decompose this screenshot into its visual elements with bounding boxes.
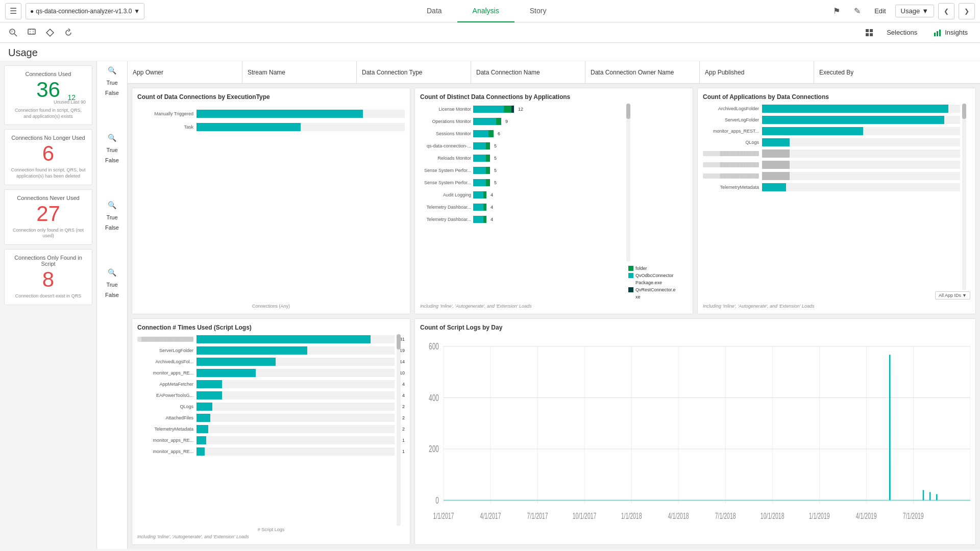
filter-col-connection-name[interactable]: Data Connection Name <box>471 61 585 83</box>
refresh-icon[interactable] <box>61 26 76 40</box>
grid-icon[interactable] <box>862 26 876 40</box>
filter-search-icon-4[interactable]: 🔍 <box>106 266 118 279</box>
nav-back-button[interactable]: ❮ <box>938 3 954 19</box>
tab-data[interactable]: Data <box>411 0 457 22</box>
filter-col-stream-name[interactable]: Stream Name <box>242 61 357 83</box>
filter-col-executed-by[interactable]: Executed By <box>814 61 980 83</box>
legend-odbc: QvOdbcConnector <box>628 273 676 278</box>
scroll-bar-app-conn[interactable] <box>962 104 966 290</box>
svg-text:400: 400 <box>429 392 439 403</box>
tab-analysis[interactable]: Analysis <box>457 0 514 22</box>
filter-false-2[interactable]: False <box>99 156 125 164</box>
script-logs-svg: 600 400 200 0 1/1/2017 4/1/2017 7/1/2017 <box>420 334 970 539</box>
times-used-bars: ████████████████ 310 ServerLogFolder 198 <box>137 334 395 526</box>
chart-app-by-conn-body: ArchivedLogsFolder 52 ServerLogFolder 51 <box>703 104 970 290</box>
explore-icon[interactable] <box>43 26 57 40</box>
filter-search-icon-3[interactable]: 🔍 <box>106 199 118 211</box>
chart-exec-type-title: Count of Data Connections by ExecutionTy… <box>137 93 405 101</box>
app-conn-bar-6: ████████████ 8 <box>703 171 960 181</box>
toolbar: ? Selections Insights <box>0 22 980 43</box>
insights-button[interactable]: Insights <box>927 27 974 39</box>
stat-connections-only-script: Connections Only Found in Script 8 Conne… <box>4 249 92 305</box>
dcbar-0: License Monitor 12 <box>420 105 623 114</box>
svg-text:4/1/2017: 4/1/2017 <box>480 512 501 521</box>
filter-col-owner-name[interactable]: Data Connection Owner Name <box>585 61 700 83</box>
exec-bar-manual: Manually Triggered 48 <box>137 109 405 119</box>
times-used-footer: Including 'Inline', 'Autogenerate', and … <box>137 534 405 539</box>
scroll-bar-times-used[interactable] <box>397 334 401 526</box>
svg-rect-6 <box>866 29 869 32</box>
dcbar-6: Sense System Perfor... 5 <box>420 178 623 187</box>
chart-app-by-conn: Count of Applications by Data Connection… <box>697 88 976 314</box>
selection-tool-icon[interactable] <box>24 26 39 40</box>
chart-script-logs-title: Count of Script Logs by Day <box>420 324 970 331</box>
svg-text:7/1/2019: 7/1/2019 <box>903 512 924 521</box>
scroll-bar-distinct[interactable] <box>626 104 630 262</box>
stat-connections-no-longer: Connections No Longer Used 6 Connection … <box>4 129 92 185</box>
filter-search-icon-1[interactable]: 🔍 <box>106 64 118 77</box>
selections-button[interactable]: Selections <box>880 27 923 38</box>
usage-button[interactable]: Usage ▼ <box>895 5 934 17</box>
app-conn-bar-0: ArchivedLogsFolder 52 <box>703 104 960 114</box>
filter-true-4[interactable]: True <box>99 281 125 289</box>
hamburger-menu[interactable]: ☰ <box>5 3 21 19</box>
bookmark-icon[interactable]: ⚑ <box>828 3 845 19</box>
exec-axis-label: Connections (Any) <box>137 304 405 309</box>
chart-exec-type-body: Manually Triggered 48 Task 30 <box>137 104 405 303</box>
filter-header-row: App Owner Stream Name Data Connection Ty… <box>128 61 980 84</box>
tu-bar-8: TelemetryMetadata 24 <box>137 424 395 434</box>
filter-col-app-owner[interactable]: App Owner <box>128 61 242 83</box>
tab-story[interactable]: Story <box>514 0 562 22</box>
dcbar-9: Telemetry Dashboar... 4 <box>420 215 623 224</box>
filter-col-connection-type[interactable]: Data Connection Type <box>357 61 471 83</box>
exec-track-task: 30 <box>197 123 405 131</box>
filter-false-1[interactable]: False <box>99 89 125 97</box>
svg-text:7/1/2018: 7/1/2018 <box>715 512 736 521</box>
dcbar-8: Telemetry Dashboar... 4 <box>420 203 623 212</box>
filter-true-3[interactable]: True <box>99 213 125 221</box>
smart-search-icon[interactable]: ? <box>6 26 20 40</box>
exec-bar-task: Task 30 <box>137 122 405 132</box>
filter-true-1[interactable]: True <box>99 79 125 87</box>
app-conn-bar-5: ████████████ 8 <box>703 160 960 170</box>
times-used-axis: # Script Logs <box>137 527 405 532</box>
svg-rect-7 <box>870 29 873 32</box>
edit-button[interactable]: Edit <box>869 5 891 17</box>
insights-label: Insights <box>945 29 968 36</box>
stat-number-never: 27 <box>11 203 86 224</box>
exec-track-manual: 48 <box>197 110 405 118</box>
chart-exec-type: Count of Data Connections by ExecutionTy… <box>132 88 410 314</box>
svg-rect-10 <box>934 33 936 36</box>
filter-search-icon-2[interactable]: 🔍 <box>106 132 118 144</box>
tu-bar-1: ServerLogFolder 198 <box>137 345 395 356</box>
app-conn-bar-3: QLogs 8 <box>703 137 960 147</box>
filter-false-3[interactable]: False <box>99 223 125 232</box>
svg-text:7/1/2017: 7/1/2017 <box>527 512 548 521</box>
app-name-dropdown[interactable]: ● qs-data-connection-analyzer-v1.3.0 ▼ <box>26 3 144 19</box>
app-conn-scroll <box>962 104 970 290</box>
svg-text:600: 600 <box>429 341 439 352</box>
tu-bar-7: AttachedFiles 27 <box>137 413 395 423</box>
chart-script-logs-body: 600 400 200 0 1/1/2017 4/1/2017 7/1/2017 <box>420 334 970 539</box>
svg-text:1/1/2019: 1/1/2019 <box>809 512 830 521</box>
all-app-ids-button[interactable]: All App IDs ▼ <box>935 291 970 299</box>
filter-false-4[interactable]: False <box>99 291 125 299</box>
legend-rest: QvRestConnector.e <box>628 287 676 292</box>
tu-bar-3: monitor_apps_RE... 106 <box>137 368 395 378</box>
nav-forward-button[interactable]: ❯ <box>959 3 975 19</box>
chart-distinct-conn-body: License Monitor 12 Operations Monitor <box>420 104 688 302</box>
stat-title-only-script: Connections Only Found in Script <box>11 255 86 267</box>
filter-true-2[interactable]: True <box>99 146 125 154</box>
pencil-icon[interactable]: ✎ <box>849 3 865 19</box>
exec-label-task: Task <box>137 124 193 130</box>
chart-app-by-conn-title: Count of Applications by Data Connection… <box>703 93 970 101</box>
charts-area: Count of Data Connections by ExecutionTy… <box>128 84 980 549</box>
nav-right: ⚑ ✎ Edit Usage ▼ ❮ ❯ <box>828 3 975 19</box>
stat-small-connections-used: 12 <box>67 93 76 102</box>
stat-desc-connections-used: Connection found in script, QRS, and app… <box>11 108 86 119</box>
app-name-label: qs-data-connection-analyzer-v1.3.0 <box>36 8 132 15</box>
stat-number-connections-used: 36 <box>36 78 60 102</box>
filter-col-app-published[interactable]: App Published <box>700 61 814 83</box>
selections-label: Selections <box>887 29 917 36</box>
dcbar-2: Sessions Monitor 6 <box>420 129 623 138</box>
